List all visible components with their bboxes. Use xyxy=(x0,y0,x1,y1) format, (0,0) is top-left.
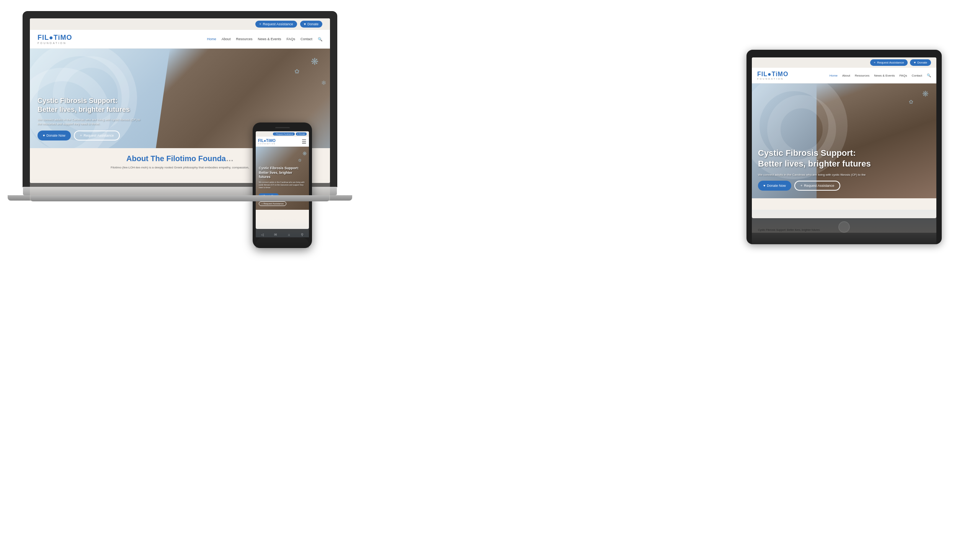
laptop-hero-buttons: ♥ Donate Now + Request Assistance xyxy=(38,131,145,140)
laptop-logo: FIL●TiMO FOUNDATION xyxy=(38,34,72,44)
plus-icon: + xyxy=(874,61,876,64)
phone-flower-deco: ❋ xyxy=(302,150,307,157)
tablet-search-icon[interactable]: 🔍 xyxy=(927,73,931,77)
laptop-stand xyxy=(31,195,329,201)
tablet-nav-faqs[interactable]: FAQs xyxy=(899,74,907,77)
phone-hero-title: Cystic Fibrosis Support:Better lives, br… xyxy=(259,166,305,180)
laptop-donate-label: Donate xyxy=(307,22,318,26)
tablet-hero-request-btn[interactable]: + Request Assistance xyxy=(794,181,840,191)
tablet-hero-subtitle: We connect adults in the Carolinas who a… xyxy=(758,173,871,177)
laptop-nav-news[interactable]: News & Events xyxy=(258,37,281,41)
tablet-logo: FIL●TiMO FOUNDATION xyxy=(757,71,788,80)
laptop-hero-content: Cystic Fibrosis Support:Better lives, br… xyxy=(38,96,145,140)
laptop-nav-about[interactable]: About xyxy=(222,37,231,41)
tablet-hero-title: Cystic Fibrosis Support:Better lives, br… xyxy=(758,148,871,170)
tablet-nav-resources[interactable]: Resources xyxy=(855,74,869,77)
laptop-nav-contact[interactable]: Contact xyxy=(301,37,312,41)
heart-icon: ♥ xyxy=(914,61,916,64)
phone-donate-btn[interactable]: ♥ Donate xyxy=(296,132,307,136)
phone-logo-sub: FOUNDATION xyxy=(258,143,276,145)
tablet-device: + Request Assistance ♥ Donate FIL●TiMO F… xyxy=(746,50,942,244)
laptop-hero-donate-label: Donate Now xyxy=(46,134,65,137)
laptop-topbar: + Request Assistance ♥ Donate xyxy=(30,18,330,30)
phone-topbar: + Request Assistance ♥ Donate xyxy=(256,131,309,137)
phone-hero-request-btn[interactable]: + Request Assistance xyxy=(259,201,286,206)
tablet-hero-content: Cystic Fibrosis Support:Better lives, br… xyxy=(758,148,871,191)
tablet-hero-donate-btn[interactable]: ♥ Donate Now xyxy=(758,181,791,191)
laptop-search-icon[interactable]: 🔍 xyxy=(318,37,322,41)
laptop-hero-title: Cystic Fibrosis Support:Better lives, br… xyxy=(38,96,145,114)
phone-hero-subtitle: We connect adults in the Carolinas who a… xyxy=(259,181,305,189)
tablet-logo-text: FIL●TiMO xyxy=(757,71,788,78)
scene: + Request Assistance ♥ Donate FIL●TiM xyxy=(0,0,980,534)
phone-website: + Request Assistance ♥ Donate FIL●TiMO F… xyxy=(256,131,309,229)
tablet-nav-about[interactable]: About xyxy=(842,74,850,77)
phone-request-label: Request Assistance xyxy=(276,133,293,135)
heart-icon-hero: ♥ xyxy=(43,134,45,137)
tablet-request-label: Request Assistance xyxy=(877,61,904,64)
phone-nav: FIL●TiMO FOUNDATION ☰ xyxy=(256,137,309,147)
phone-logo-text: FIL●TiMO xyxy=(258,139,276,143)
laptop-donate-btn[interactable]: ♥ Donate xyxy=(300,21,322,28)
phone-device: + Request Assistance ♥ Donate FIL●TiMO F… xyxy=(253,122,312,248)
phone-logo: FIL●TiMO FOUNDATION xyxy=(258,139,276,145)
tablet-nav-links: Home About Resources News & Events FAQs … xyxy=(830,73,931,77)
tablet-reflection: Cystic Fibrosis Support: Better lives, b… xyxy=(752,210,936,244)
laptop-logo-text: FIL●TiMO xyxy=(38,34,72,42)
tablet-nav-news[interactable]: News & Events xyxy=(874,74,895,77)
laptop-nav-links: Home About Resources News & Events FAQs … xyxy=(207,37,322,41)
phone-speaker xyxy=(275,127,290,128)
plus-icon: + xyxy=(259,22,261,26)
laptop-nav-home[interactable]: Home xyxy=(207,37,216,41)
tablet-request-btn[interactable]: + Request Assistance xyxy=(870,59,908,66)
laptop-nav-faqs[interactable]: FAQs xyxy=(286,37,295,41)
plus-icon-hero: + xyxy=(80,134,82,137)
laptop-request-btn[interactable]: + Request Assistance xyxy=(255,21,297,28)
phone-menu-icon[interactable]: ☰ xyxy=(302,139,307,145)
tablet-topbar: + Request Assistance ♥ Donate xyxy=(752,57,936,68)
tablet-logo-sub: FOUNDATION xyxy=(757,78,788,80)
tablet-website: + Request Assistance ♥ Donate FIL●TiMO F… xyxy=(752,57,936,218)
laptop-hero-request-btn[interactable]: + Request Assistance xyxy=(74,131,120,140)
tablet-hero: ❋ ✿ Cystic Fibrosis Support:Better lives… xyxy=(752,83,936,198)
tablet-nav-contact[interactable]: Contact xyxy=(911,74,922,77)
tablet-hero-buttons: ♥ Donate Now + Request Assistance xyxy=(758,181,871,191)
phone-request-hero-label: Request Assistance xyxy=(263,202,284,205)
phone-screen: + Request Assistance ♥ Donate FIL●TiMO F… xyxy=(256,131,309,229)
tablet-request-hero-label: Request Assistance xyxy=(804,184,834,188)
phone-flower-deco2: ✿ xyxy=(298,158,301,162)
laptop-logo-sub: FOUNDATION xyxy=(38,42,72,44)
tablet-donate-label: Donate xyxy=(917,61,927,64)
tablet-screen: + Request Assistance ♥ Donate FIL●TiMO F… xyxy=(752,57,936,218)
tablet-nav-home[interactable]: Home xyxy=(830,74,838,77)
laptop-nav: FIL●TiMO FOUNDATION Home About Resources… xyxy=(30,30,330,49)
phone-donate-label: Donate xyxy=(299,133,305,135)
heart-icon: ♥ xyxy=(304,22,306,26)
laptop-hero-request-label: Request Assistance xyxy=(83,134,114,137)
laptop-nav-resources[interactable]: Resources xyxy=(236,37,252,41)
laptop-hero-subtitle: We connect adults in the Carolinas who a… xyxy=(38,118,145,126)
tablet-donate-label: Donate Now xyxy=(767,184,786,188)
laptop-hero-donate-btn[interactable]: ♥ Donate Now xyxy=(38,131,71,140)
laptop-request-label: Request Assistance xyxy=(263,22,293,26)
tablet-donate-btn[interactable]: ♥ Donate xyxy=(910,59,931,66)
phone-reflection xyxy=(256,219,309,248)
phone-request-btn[interactable]: + Request Assistance xyxy=(273,132,294,136)
tablet-nav: FIL●TiMO FOUNDATION Home About Resources… xyxy=(752,68,936,83)
